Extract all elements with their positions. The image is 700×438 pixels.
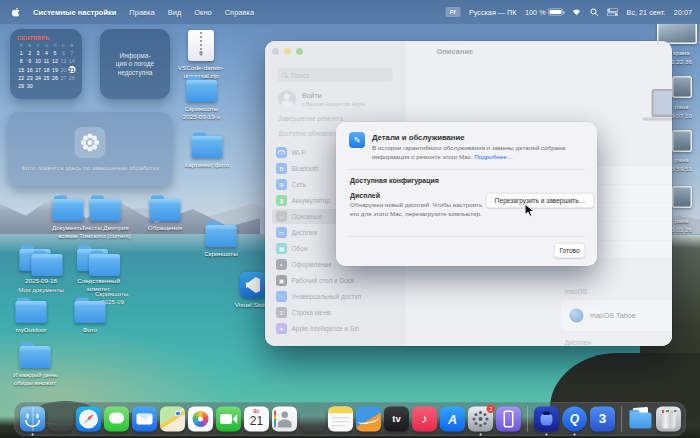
desktop-file-vscode-zip[interactable]: VSCode-darwin- universal.zip — [164, 30, 239, 80]
dock-item-facetime[interactable] — [216, 407, 241, 432]
menu-window[interactable]: Окно — [194, 8, 211, 17]
notification-badge: 2 — [487, 405, 496, 414]
input-source-icon[interactable]: РУ — [445, 7, 460, 17]
done-button[interactable]: Готово — [554, 243, 585, 258]
dock-item-safari[interactable] — [76, 407, 101, 432]
calendar-today: 21 — [68, 66, 75, 73]
dock-item-launchpad[interactable] — [48, 407, 73, 432]
control-center-icon[interactable] — [607, 8, 618, 16]
dock-item-app-store[interactable]: A — [440, 407, 465, 432]
dialog-body: В истории гарантийного обслуживания и за… — [372, 144, 584, 162]
calendar-weekday: П — [51, 43, 59, 48]
desktop-folder-screenshots[interactable]: Скриншоты — [184, 225, 259, 258]
dock-item-app-3[interactable]: 3 — [590, 407, 615, 432]
menu-bar: Системные настройки Правка Вид Окно Спра… — [0, 0, 700, 24]
menu-clock[interactable]: 20:07 — [674, 8, 692, 16]
battery-status[interactable]: 100 % — [525, 8, 563, 16]
desktop-folder-screenshots-0919[interactable]: Скриншоты 2025-09-19-» — [164, 80, 239, 121]
running-indicator — [574, 434, 576, 436]
desktop-label: Тексты Дмитрия Томского (current) — [79, 224, 130, 240]
screenshot-file-icon[interactable] — [672, 76, 692, 98]
photos-widget[interactable]: Фото появятся здесь по завершении обрабо… — [8, 112, 172, 186]
music-icon: ♪ — [412, 407, 437, 432]
calendar-weekday: В — [68, 43, 76, 48]
divider — [348, 236, 585, 237]
desktop-folder-obidy[interactable]: И каждый день обиды множит — [0, 346, 73, 387]
display-item-body: Обнаружен новый дисплей. Чтобы настроить… — [350, 201, 488, 219]
calendar-day: 9 — [25, 58, 33, 65]
folder-icon — [206, 225, 237, 247]
calendar-day: 11 — [42, 58, 50, 65]
menu-view[interactable]: Вид — [168, 8, 182, 17]
dock-item-blue-app[interactable] — [534, 407, 559, 432]
calendar-day: 27 — [59, 74, 67, 81]
desktop-label: Скриншоты 2025-09-19-» — [183, 105, 221, 121]
input-source-label[interactable]: Русская — ПК — [469, 8, 517, 16]
maps-icon — [160, 407, 185, 432]
apple-menu-icon[interactable] — [12, 8, 20, 17]
dock-divider — [621, 406, 622, 432]
dock-item-system-settings[interactable]: 2 — [468, 407, 493, 432]
dock-item-apple-tv[interactable]: tv — [384, 407, 409, 432]
menu-help[interactable]: Справка — [225, 8, 254, 17]
calendar-day: 22 — [17, 74, 25, 81]
desktop-label: VSCode-darwin- universal.zip — [178, 64, 224, 80]
restart-and-finish-button[interactable]: Перезагрузить и завершить… — [486, 193, 594, 208]
calendar-day: 14 — [68, 58, 76, 65]
dock-item-notes[interactable] — [328, 407, 353, 432]
dock-item-iphone-mirroring[interactable] — [496, 407, 521, 432]
dock-item-music[interactable]: ♪ — [412, 407, 437, 432]
desktop-folder-pictures[interactable]: Картинки, фото — [170, 136, 245, 169]
dock-item-trash[interactable] — [656, 407, 681, 432]
calendar-weekday: Ч — [42, 43, 50, 48]
dock-item-messages[interactable] — [104, 407, 129, 432]
service-dialog: ✎ Детали и обслуживание В истории гарант… — [336, 122, 597, 266]
dock-item-finder[interactable] — [20, 407, 45, 432]
running-indicator — [480, 434, 482, 436]
dock-item-photos[interactable] — [188, 407, 213, 432]
menu-edit[interactable]: Правка — [129, 8, 154, 17]
dock-item-calendar[interactable]: Вс21 — [244, 407, 269, 432]
dock-item-contacts[interactable] — [272, 407, 297, 432]
menu-app-name[interactable]: Системные настройки — [33, 8, 116, 17]
calendar-widget[interactable]: СЕНТЯБРЬ ПВСЧПСВ123456789101112131415161… — [10, 29, 82, 99]
dock-item-reminders[interactable] — [300, 407, 325, 432]
divider — [348, 169, 585, 170]
search-icon[interactable] — [590, 8, 599, 17]
learn-more-link[interactable]: Подробнее… — [474, 153, 513, 160]
dock-item-weather[interactable] — [356, 407, 381, 432]
calendar-day: 23 — [25, 74, 33, 81]
desktop-folder-group-committee[interactable]: Следственный комитет Скриншоты, 2025-09 — [56, 249, 141, 306]
mouse-cursor — [524, 203, 536, 217]
folder-icon — [150, 199, 181, 221]
weather-widget[interactable]: Информа- ция о погоде недоступна — [100, 29, 170, 99]
desktop-label: Фото — [83, 326, 97, 334]
photos-icon — [188, 407, 213, 432]
photos-message: Фото появятся здесь по завершении обрабо… — [21, 164, 159, 171]
calendar-grid: ПВСЧПСВ123456789101112131415161718192021… — [17, 43, 76, 89]
calendar-day: 18 — [42, 66, 50, 73]
folder-icon — [186, 80, 217, 102]
folder-icon — [89, 254, 120, 276]
calendar-day: 12 — [51, 58, 59, 65]
folder-icon — [90, 199, 121, 221]
finder-icon — [20, 407, 45, 432]
battery-percent: 100 % — [525, 8, 546, 16]
calendar-day: 16 — [25, 66, 33, 73]
dock-item-maps[interactable] — [160, 407, 185, 432]
dock-item-quicktime[interactable]: Q — [562, 407, 587, 432]
service-tool-icon: ✎ — [349, 132, 365, 148]
calendar-day: 26 — [51, 74, 59, 81]
screenshot-file-icon[interactable] — [672, 130, 692, 152]
screenshot-file-icon[interactable] — [672, 186, 692, 208]
notes-icon — [328, 407, 353, 432]
wifi-icon[interactable] — [572, 8, 582, 16]
calendar-weekday: С — [59, 43, 67, 48]
blue-app-icon — [534, 407, 559, 432]
dock-item-mail[interactable] — [132, 407, 157, 432]
calendar-day: 2 — [25, 49, 33, 56]
desktop-folder-photo[interactable]: Фото — [53, 301, 128, 334]
menu-date[interactable]: Вс, 21 сент. — [627, 8, 666, 16]
calendar-day: 17 — [34, 66, 42, 73]
dock-item-downloads-folder[interactable] — [628, 407, 653, 432]
